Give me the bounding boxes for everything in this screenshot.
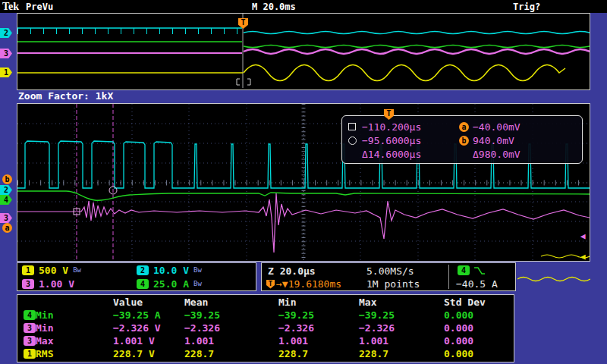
cursor-a-level-marker[interactable]: a <box>2 223 12 233</box>
meas-max: −2.326 <box>359 322 444 334</box>
meas-name: Min <box>36 309 53 321</box>
ch1-trace-fragment <box>517 273 590 285</box>
measurement-row[interactable]: 3Max 1.001 V 1.001 1.001 1.001 0.000 <box>17 334 514 347</box>
top-bar: Tek PreVu M 20.0ms Trig? <box>0 0 607 13</box>
overview-ch3-marker[interactable]: 3 <box>0 49 12 58</box>
ch1-scale: 500 V <box>39 265 68 276</box>
meas-min: 228.7 <box>278 348 359 359</box>
measurement-row[interactable]: 1RMS 228.7 V 228.7 228.7 228.7 0.000 <box>17 347 514 360</box>
meas-name: Max <box>36 335 53 347</box>
zoom-region-brackets <box>237 79 250 85</box>
cursor-square-icon <box>348 123 362 130</box>
ch1-right-edge-marker[interactable]: ◀ <box>580 253 586 261</box>
cursor-circle-time: −95.6000µs <box>362 135 459 146</box>
ch4-overview-trace <box>17 42 590 48</box>
meas-ch-badge: 4 <box>24 310 36 320</box>
ch2-ground-marker[interactable]: 2 <box>0 185 12 195</box>
trigger-time-value: 19.6180ms <box>288 278 341 290</box>
sample-rate-readout: 5.00MS/s <box>366 265 414 277</box>
cursor-a-badge: a <box>459 122 469 132</box>
cursor-b-level-marker[interactable]: b <box>2 174 12 184</box>
trigger-level-readout: −40.5 A <box>456 278 498 290</box>
ch2-overview-trace <box>17 28 590 34</box>
trigger-status: Trig? <box>513 2 540 12</box>
ch3-badge: 3 <box>22 279 34 289</box>
trigger-source-badge: 4 <box>458 265 470 275</box>
meas-value: 1.001 V <box>113 335 184 347</box>
cursor-b-badge: b <box>459 136 469 146</box>
tek-logo: Tek <box>2 1 19 13</box>
zoom-factor-label: Zoom Factor: 1kX <box>18 90 113 102</box>
meas-ch-badge: 3 <box>24 323 36 333</box>
main-timebase-readout[interactable]: M 20.0ms <box>252 2 296 12</box>
acquisition-status: PreVu <box>26 2 53 12</box>
meas-max: 1.001 <box>359 335 444 347</box>
overview-ch1-marker[interactable]: 1 <box>0 67 12 77</box>
ch3-readout[interactable]: 3 1.00 V <box>22 278 137 290</box>
meas-min: −2.326 <box>278 322 359 334</box>
meas-stddev: 0.000 <box>444 309 514 321</box>
overview-waveforms <box>17 14 590 88</box>
meas-value: −2.326 V <box>113 322 184 334</box>
trigger-source-readout[interactable]: 4 <box>458 265 486 275</box>
header-max: Max <box>359 297 444 308</box>
ch4-readout[interactable]: 4 25.0 A Bw <box>137 278 251 290</box>
trigger-flag-icon: T <box>266 280 275 289</box>
trigger-slope-falling-icon <box>473 266 486 275</box>
ch4-scale: 25.0 A <box>153 278 189 290</box>
ch1-badge: 1 <box>22 265 34 275</box>
ch1-overview-trace <box>17 65 565 81</box>
meas-max: −39.25 <box>359 309 444 321</box>
ch1-readout[interactable]: 1 500 V Bw <box>22 265 137 276</box>
meas-min: 1.001 <box>278 335 359 347</box>
meas-name: RMS <box>36 348 53 359</box>
meas-value: −39.25 A <box>113 309 184 321</box>
header-value: Value <box>113 297 184 308</box>
meas-name: Min <box>36 322 53 334</box>
meas-stddev: 0.000 <box>444 335 514 347</box>
overview-ch2-marker[interactable]: 2 <box>0 28 12 38</box>
meas-value: 228.7 V <box>113 348 184 359</box>
meas-mean: −39.25 <box>184 309 278 321</box>
ch4-badge: 4 <box>137 279 149 289</box>
ch2-badge: 2 <box>137 265 149 275</box>
cursor-readout-box: −110.200µs a −40.00mV −95.6000µs b 940.0… <box>341 115 583 164</box>
meas-stddev: 0.000 <box>444 348 514 359</box>
channel-readout-box: 1 500 V Bw 2 10.0 V Bw 3 1.00 V 4 25.0 A… <box>17 262 256 291</box>
measurement-row[interactable]: 3Min −2.326 V −2.326 −2.326 −2.326 0.000 <box>17 322 514 334</box>
zoom-timebase-readout[interactable]: Z 20.0µs <box>268 265 316 277</box>
record-length-readout: 1M points <box>366 278 420 290</box>
ch3-scale: 1.00 V <box>39 278 74 290</box>
measurements-table: Value Mean Min Max Std Dev 4Min −39.25 A… <box>17 294 514 362</box>
header-mean: Mean <box>184 297 278 308</box>
meas-min: −39.25 <box>278 309 359 321</box>
ch2-readout[interactable]: 2 10.0 V Bw <box>137 265 251 276</box>
measurements-header-row: Value Mean Min Max Std Dev <box>17 296 514 309</box>
meas-stddev: 0.000 <box>444 322 514 334</box>
ch4-ground-marker[interactable]: 4 <box>0 195 12 205</box>
ch3-overview-trace <box>17 49 590 54</box>
measurement-row[interactable]: 4Min −39.25 A −39.25 −39.25 −39.25 0.000 <box>17 309 514 322</box>
trigger-arrow-icon: →▼ <box>276 278 288 290</box>
meas-mean: 228.7 <box>184 348 278 359</box>
ch2-bandwidth-icon: Bw <box>193 266 202 274</box>
cursor-circle-icon <box>348 136 362 145</box>
readout-divider <box>448 265 449 289</box>
meas-mean: 1.001 <box>184 335 278 347</box>
cursor-b-value: 940.0mV <box>473 135 514 146</box>
cursor-square-time: −110.200µs <box>362 121 459 133</box>
header-min: Min <box>278 297 359 308</box>
meas-ch-badge: 3 <box>24 336 36 346</box>
ch3-ground-marker[interactable]: 3 <box>0 213 12 223</box>
oscilloscope-screen: Tek PreVu M 20.0ms Trig? <box>0 0 607 364</box>
acquisition-readout-box: Z 20.0µs 5.00MS/s T →▼ 19.6180ms 1M poin… <box>261 262 516 291</box>
cursor-amplitude-delta: Δ980.0mV <box>473 149 521 160</box>
meas-ch-badge: 1 <box>24 349 36 359</box>
cursor-a-value: −40.00mV <box>473 121 521 133</box>
overview-window[interactable] <box>17 13 590 90</box>
ch3-right-edge-marker[interactable]: ◀ <box>580 232 586 240</box>
cursor-time-delta: Δ14.6000µs <box>362 149 459 160</box>
meas-mean: −2.326 <box>184 322 278 334</box>
ch2-scale: 10.0 V <box>153 265 189 276</box>
meas-max: 228.7 <box>359 348 444 359</box>
